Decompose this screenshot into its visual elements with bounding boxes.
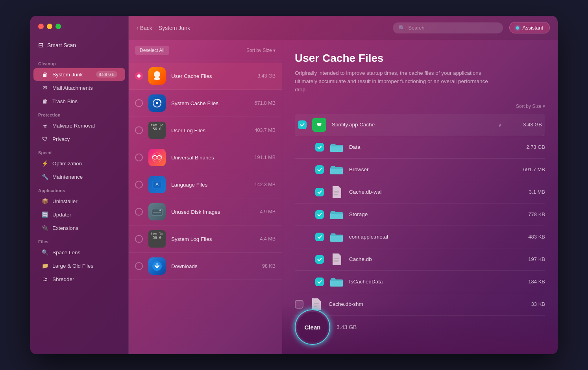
file-icon (148, 149, 166, 166)
list-item[interactable]: Downloads 98 KB (129, 253, 282, 280)
cache-item-name: Cache.db (349, 256, 508, 262)
sidebar-item-space-lens[interactable]: 🔍 Space Lens (33, 246, 125, 259)
file-radio[interactable] (135, 126, 143, 134)
file-icon: tem lo56 0 (148, 122, 166, 139)
sidebar-item-updater[interactable]: 🔄 Updater (33, 208, 125, 221)
folder-icon (329, 207, 344, 222)
cache-checkbox[interactable] (315, 210, 324, 219)
minimize-button[interactable] (47, 24, 52, 29)
sidebar-item-label: Extensions (52, 225, 78, 231)
cache-item-data[interactable]: Data 2.73 GB (295, 136, 545, 159)
detail-title: User Cache Files (295, 52, 545, 65)
file-item-info: System Cache Files (171, 100, 249, 106)
cache-checkbox[interactable] (315, 188, 324, 196)
cache-item-storage[interactable]: Storage 778 KB (295, 204, 545, 226)
cache-item-cache-db-wal[interactable]: Cache.db-wal 3.1 MB (295, 181, 545, 204)
file-item-info: Unused Disk Images (171, 209, 254, 215)
folder-icon (329, 163, 344, 177)
list-item[interactable]: User Cache Files 3.43 GB (129, 63, 282, 90)
sidebar-item-mail-attachments[interactable]: ✉ Mail Attachments (33, 81, 125, 94)
detail-sort[interactable]: Sort by Size ▾ (295, 104, 545, 109)
file-item-size: 403.7 MB (254, 128, 276, 133)
system-junk-icon: 🗑 (41, 71, 48, 78)
back-button[interactable]: ‹ Back (137, 25, 152, 31)
file-radio[interactable] (135, 154, 143, 161)
cache-checkbox[interactable] (315, 255, 324, 264)
file-list: User Cache Files 3.43 GB System Cache Fi… (129, 61, 282, 354)
list-item[interactable]: System Cache Files 671.8 MB (129, 90, 282, 117)
svg-point-2 (156, 102, 158, 104)
sidebar-item-uninstaller[interactable]: 📦 Uninstaller (33, 195, 125, 207)
folder-icon (329, 140, 344, 154)
sidebar-item-label: Uninstaller (52, 198, 78, 204)
search-input[interactable] (408, 25, 497, 31)
sort-by-size[interactable]: Sort by Size ▾ (246, 48, 276, 53)
sidebar-item-malware-removal[interactable]: ☣ Malware Removal (33, 119, 125, 132)
list-item[interactable]: A Language Files 142.3 MB (129, 171, 282, 198)
file-item-name: System Cache Files (171, 100, 249, 106)
file-item-info: Downloads (171, 263, 257, 269)
sidebar-item-label: Malware Removal (52, 123, 95, 129)
close-button[interactable] (38, 24, 44, 29)
detail-panel: User Cache Files Originally intended to … (282, 40, 558, 354)
updater-icon: 🔄 (41, 211, 48, 218)
sidebar-item-shredder[interactable]: 🗂 Shredder (33, 273, 125, 285)
file-item-size: 98 KB (262, 263, 276, 269)
chevron-down-icon[interactable]: ∨ (498, 122, 502, 128)
cache-checkbox[interactable] (315, 143, 324, 152)
cache-item-browser[interactable]: Browser 691.7 MB (295, 159, 545, 181)
file-icon (148, 203, 166, 220)
search-box[interactable]: 🔍 (393, 22, 503, 33)
sidebar-item-smart-scan[interactable]: ⊟ Smart Scan (30, 37, 128, 53)
cache-checkbox[interactable] (315, 233, 324, 241)
file-item-size: 4.9 MB (260, 209, 276, 215)
sidebar-item-privacy[interactable]: 🛡 Privacy (33, 133, 125, 145)
topbar: ‹ Back System Junk 🔍 Assistant (129, 16, 558, 40)
file-doc-icon (329, 252, 344, 266)
file-radio[interactable] (135, 99, 143, 107)
cache-item-size: 2.73 GB (514, 144, 545, 150)
file-radio[interactable] (135, 235, 143, 243)
sidebar-item-extensions[interactable]: 🔌 Extensions (33, 222, 125, 234)
assistant-button[interactable]: Assistant (509, 22, 550, 33)
sidebar-item-system-junk[interactable]: 🗑 System Junk 8.89 GB (33, 68, 125, 81)
file-list-panel: Deselect All Sort by Size ▾ User Cache F… (129, 40, 282, 354)
cache-item-size: 691.7 MB (514, 166, 545, 172)
file-item-info: Universal Binaries (171, 155, 249, 161)
deselect-all-button[interactable]: Deselect All (135, 46, 169, 55)
sidebar-item-label: Optimization (52, 161, 82, 166)
file-radio[interactable] (135, 72, 143, 80)
cache-item-spotify[interactable]: Spotify.app Cache ∨ 3.43 GB (295, 114, 545, 136)
cache-item-cache-db[interactable]: Cache.db 197 KB (295, 248, 545, 271)
file-radio[interactable] (135, 262, 143, 270)
cache-item-com-apple-metal[interactable]: com.apple.metal 483 KB (295, 226, 545, 248)
assistant-label: Assistant (522, 25, 543, 31)
back-chevron-icon: ‹ (137, 25, 139, 31)
cache-item-fscached[interactable]: fsCachedData 184 KB (295, 271, 545, 293)
file-radio[interactable] (135, 208, 143, 216)
sidebar-item-optimization[interactable]: ⚡ Optimization (33, 157, 125, 170)
list-item[interactable]: tem lo56 0 System Log Files 4.4 MB (129, 226, 282, 253)
clean-button[interactable]: Clean (297, 312, 328, 342)
sidebar-section-protection: Protection (30, 108, 128, 119)
cache-checkbox[interactable] (315, 165, 324, 174)
file-radio[interactable] (135, 181, 143, 189)
smart-scan-label: Smart Scan (47, 42, 76, 48)
sidebar-item-large-old-files[interactable]: 📁 Large & Old Files (33, 259, 125, 272)
app-window: ⊟ Smart Scan Cleanup 🗑 System Junk 8.89 … (30, 16, 558, 354)
sidebar-item-label: Mail Attachments (52, 85, 93, 91)
sidebar-item-maintenance[interactable]: 🔧 Maintenance (33, 170, 125, 183)
file-list-header: Deselect All Sort by Size ▾ (129, 40, 282, 61)
sidebar-item-trash-bins[interactable]: 🗑 Trash Bins (33, 95, 125, 107)
file-item-name: Unused Disk Images (171, 209, 254, 215)
cache-checkbox[interactable] (315, 278, 324, 286)
maximize-button[interactable] (55, 24, 61, 29)
cache-checkbox[interactable] (298, 120, 307, 129)
back-label: Back (140, 25, 152, 31)
list-item[interactable]: Unused Disk Images 4.9 MB (129, 198, 282, 226)
list-item[interactable]: tem lo56 0 User Log Files 403.7 MB (129, 117, 282, 144)
cache-item-size: 184 KB (514, 279, 545, 285)
list-item[interactable]: Universal Binaries 191.1 MB (129, 144, 282, 171)
file-item-info: User Cache Files (171, 73, 252, 79)
cache-item-size: 197 KB (514, 256, 545, 262)
